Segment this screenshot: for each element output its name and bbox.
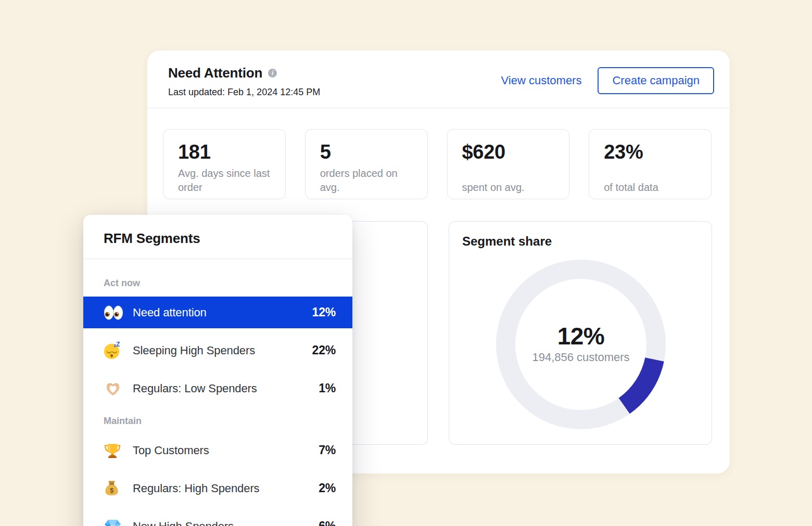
stats-row: 181Avg. days since last order5orders pla… (163, 129, 712, 199)
create-campaign-button[interactable]: Create campaign (598, 67, 714, 94)
view-customers-link[interactable]: View customers (501, 74, 582, 87)
stat-label: orders placed on avg. (320, 166, 413, 195)
segment-row-sleeping-high-spenders[interactable]: zZSleeping High Spenders22% (83, 335, 352, 366)
segment-label: Sleeping High Spenders (133, 344, 255, 357)
segment-value: 22% (312, 343, 336, 357)
sleeping-face-icon: zZ (104, 342, 123, 360)
rfm-panel-divider (83, 259, 352, 259)
page-background: Need Attention i Last updated: Feb 1, 20… (0, 0, 812, 526)
rfm-panel-title: RFM Segments (104, 230, 332, 247)
segment-row-regulars-low-spenders[interactable]: Regulars: Low Spenders1% (83, 373, 352, 404)
info-icon[interactable]: i (268, 69, 277, 78)
segment-row-new-high-spenders[interactable]: New High Spenders6% (83, 510, 352, 526)
stat-label: of total data (604, 166, 696, 195)
stat-card: 5orders placed on avg. (305, 129, 428, 199)
segment-row-need-attention[interactable]: Need attention12% (83, 297, 352, 328)
rfm-panel-header: RFM Segments (83, 215, 352, 259)
gem-icon (104, 519, 123, 526)
segment-label: Regulars: Low Spenders (133, 382, 257, 395)
stat-value: $620 (462, 140, 555, 163)
stat-value: 5 (320, 140, 413, 163)
money-bag-icon: $ (104, 480, 123, 497)
trophy-icon (104, 442, 123, 459)
donut-svg (495, 259, 667, 430)
segment-share-title: Segment share (462, 234, 552, 249)
stat-card: $620spent on avg. (447, 129, 570, 199)
section-label-act-now: Act now (83, 276, 352, 290)
donut-chart: 12% 194,856 customers (495, 259, 667, 430)
stat-label: spent on avg. (462, 166, 555, 195)
stat-label: Avg. days since last order (178, 166, 271, 195)
svg-text:Z: Z (116, 342, 120, 348)
segment-value: 12% (312, 305, 336, 319)
rfm-segments-panel: RFM Segments Act nowNeed attention12%zZS… (83, 215, 352, 526)
eyes-icon (104, 305, 123, 320)
header-divider (147, 108, 730, 108)
stat-card: 181Avg. days since last order (163, 129, 286, 199)
card-header: Need Attention i Last updated: Feb 1, 20… (168, 64, 714, 98)
segment-value: 1% (319, 381, 336, 395)
segment-value: 6% (319, 519, 336, 526)
segment-share-card: Segment share 12% 194,856 customers (449, 221, 712, 445)
stat-card: 23%of total data (589, 129, 712, 199)
segments-list: Act nowNeed attention12%zZSleeping High … (83, 276, 352, 526)
stat-value: 23% (604, 140, 696, 163)
segment-label: New High Spenders (133, 520, 234, 526)
page-title: Need Attention (168, 64, 262, 82)
segment-row-top-customers[interactable]: Top Customers7% (83, 434, 352, 466)
segment-label: Need attention (133, 306, 207, 319)
segment-label: Regulars: High Spenders (133, 482, 260, 495)
segment-label: Top Customers (133, 444, 209, 457)
svg-text:$: $ (110, 486, 113, 494)
segment-row-regulars-high-spenders[interactable]: $Regulars: High Spenders2% (83, 472, 352, 504)
section-label-maintain: Maintain (83, 414, 352, 428)
heart-hands-icon (104, 380, 123, 397)
stat-value: 181 (178, 140, 271, 163)
segment-value: 7% (319, 443, 336, 457)
segment-value: 2% (319, 481, 336, 495)
